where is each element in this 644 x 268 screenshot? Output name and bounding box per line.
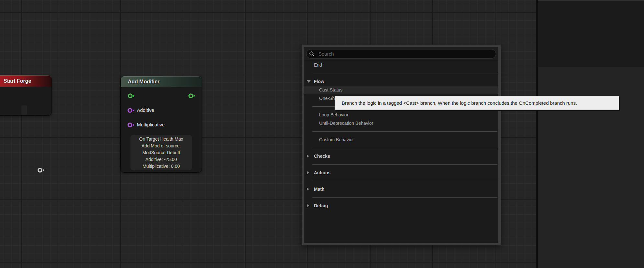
- menu-category-debug[interactable]: Debug: [304, 201, 498, 210]
- menu-divider: [304, 193, 498, 201]
- node-sub-rect: [21, 105, 27, 115]
- menu-item-label: Until-Deprecation Behavior: [319, 121, 373, 126]
- chevron-right-icon: [307, 188, 309, 191]
- menu-divider: [304, 160, 498, 168]
- graph-canvas[interactable]: Start Forge Add Modifier: [0, 0, 536, 268]
- chevron-right-icon: [307, 204, 309, 207]
- menu-item-label: Loop Behavior: [319, 112, 348, 117]
- pin-multiplicative-icon[interactable]: [127, 122, 135, 128]
- menu-item-end[interactable]: End: [304, 61, 498, 69]
- menu-item-custom-behavior[interactable]: Custom Behavior: [304, 135, 498, 144]
- menu-category-label: Flow: [314, 79, 324, 84]
- pin-label-additive: Additive: [137, 108, 154, 113]
- menu-item-cast-status[interactable]: Cast Status: [304, 86, 498, 94]
- search-input[interactable]: [318, 51, 496, 57]
- menu-category-label: Debug: [314, 203, 328, 208]
- menu-divider: [304, 177, 498, 185]
- context-menu-body: EndFlowCast StatusOne-ShotLoop BehaviorU…: [304, 47, 498, 243]
- menu-item-label: Custom Behavior: [319, 137, 354, 142]
- menu-item-label: Cast Status: [319, 87, 342, 92]
- exec-in-pin-icon[interactable]: [128, 93, 135, 99]
- node-title: Add Modifier: [121, 79, 160, 85]
- menu-category-label: Actions: [314, 170, 330, 175]
- node-header[interactable]: Add Modifier: [121, 76, 202, 87]
- info-line: On Target Health.Max: [130, 136, 192, 143]
- menu-item-loop-behavior[interactable]: Loop Behavior: [304, 111, 498, 119]
- menu-category-flow[interactable]: Flow: [304, 77, 498, 86]
- menu-category-label: Checks: [314, 154, 330, 159]
- node-start-forge[interactable]: Start Forge: [0, 75, 51, 115]
- chevron-right-icon: [307, 155, 309, 158]
- exec-out-pin-icon[interactable]: [188, 93, 196, 99]
- info-line: Multiplicative: 0.60: [130, 163, 192, 170]
- right-panel-dark-block: [538, 1, 644, 67]
- menu-divider: [304, 127, 498, 135]
- node-header[interactable]: Start Forge: [0, 75, 51, 87]
- menu-divider: [304, 69, 498, 77]
- right-panel: [538, 0, 644, 268]
- search-icon: [309, 51, 315, 57]
- menu-category-actions[interactable]: Actions: [304, 168, 498, 177]
- pin-label-multiplicative: Multiplicative: [137, 122, 165, 127]
- node-add-modifier[interactable]: Add Modifier Additive Multiplicative: [121, 76, 202, 172]
- menu-item-label: End: [314, 62, 322, 68]
- pin-additive-icon[interactable]: [127, 108, 135, 113]
- menu-category-math[interactable]: Math: [304, 185, 498, 193]
- menu-item-until-deprecation-behavior[interactable]: Until-Deprecation Behavior: [304, 119, 498, 127]
- menu-list: EndFlowCast StatusOne-ShotLoop BehaviorU…: [304, 60, 498, 243]
- tooltip-text: Branch the logic in a tagged <Cast> bran…: [342, 100, 577, 106]
- tooltip: Branch the logic in a tagged <Cast> bran…: [335, 96, 619, 110]
- menu-category-checks[interactable]: Checks: [304, 152, 498, 160]
- node-info-box: On Target Health.Max Add Mod of source: …: [130, 135, 192, 170]
- info-line: Add Mod of source:: [130, 143, 192, 149]
- search-box[interactable]: [306, 49, 496, 59]
- editor-window: Start Forge Add Modifier: [0, 0, 644, 268]
- menu-divider: [304, 144, 498, 152]
- chevron-down-icon: [307, 80, 311, 83]
- node-title: Start Forge: [0, 78, 31, 84]
- info-line: Additive: -25.00: [130, 156, 192, 163]
- start-output-pin-icon[interactable]: [37, 167, 45, 173]
- context-menu: EndFlowCast StatusOne-ShotLoop BehaviorU…: [302, 45, 501, 245]
- menu-category-label: Math: [314, 187, 325, 192]
- info-line: ModSource.Debuff: [130, 149, 192, 156]
- chevron-right-icon: [307, 171, 309, 174]
